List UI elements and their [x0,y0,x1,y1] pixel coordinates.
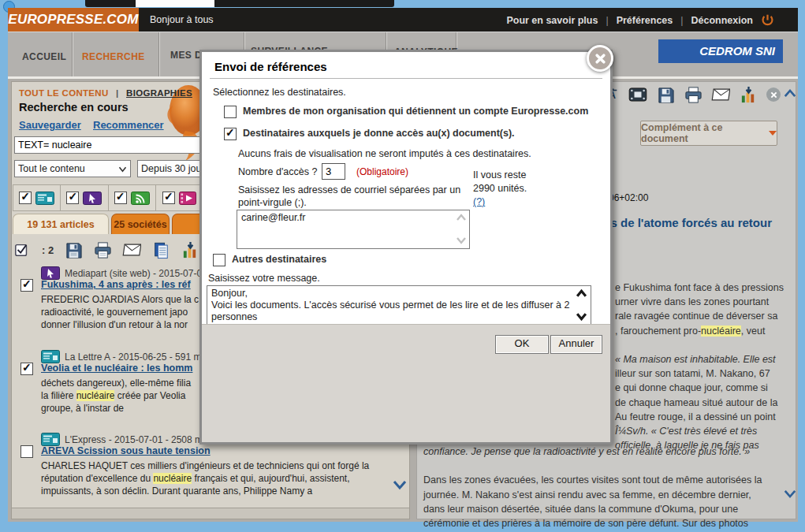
restart-search-link[interactable]: Recommencer [93,119,164,131]
save-search-link[interactable]: Sauvegarder [19,119,81,131]
select-all-icon[interactable] [13,240,32,259]
close-dialog-button[interactable] [587,45,613,72]
article-checkbox[interactable] [20,279,33,292]
source-type-checkbox[interactable] [114,192,127,204]
credits-help-link[interactable]: (?) [473,196,485,207]
tab-accueil[interactable]: ACCUEIL [22,51,66,62]
document-text-line: confiance. Je pense que la radioactivité… [423,446,780,460]
document-text-line: , farouchement pro-nucléaire, veut [615,326,796,340]
list-scroll-down-icon[interactable] [393,479,407,490]
article-checkbox[interactable] [20,445,33,458]
complement-button[interactable]: Complément à ce document [640,121,777,146]
source-type-row [13,184,203,211]
article-title-link[interactable]: Fukushima, 4 ans après : les réf [41,279,191,290]
web-icon [41,266,60,280]
doc-scroll-up-icon[interactable] [784,88,796,99]
scope-all-content[interactable]: TOUT LE CONTENU [19,88,109,98]
message-label: Saisissez votre message. [208,273,320,284]
scope-biographies[interactable]: BIOGRAPHIES [126,88,192,98]
no-fees-note: Aucuns frais de visualisation ne seront … [238,148,531,159]
ok-button[interactable]: OK [495,335,549,354]
article-snippet: FREDERIC OJARDIAS Alors que la cradioact… [41,293,199,331]
doc-scroll-down-icon[interactable] [784,489,796,499]
recipients-checkbox[interactable] [224,128,237,140]
save-icon[interactable] [656,85,675,104]
header-links: Pour en savoir plus | Préférences | Déco… [506,13,774,27]
selection-count: : 2 [42,244,54,256]
snippet-line: déchets dangereux), elle-même filia [41,377,191,389]
preferences-link[interactable]: Préférences [617,15,673,26]
members-label: Membres de mon organisation qui détienne… [243,106,588,117]
analysis-chart-icon[interactable] [739,85,758,104]
chevron-down-icon [118,166,127,173]
others-label: Autres destinataires [232,254,326,265]
email-icon[interactable] [711,85,730,104]
dialog-footer: OK Annuler [202,324,610,442]
email-icon[interactable] [122,240,141,259]
message-textarea[interactable]: Bonjour, Voici les documents. L'accès sé… [207,285,591,326]
close-document-icon[interactable] [766,87,781,102]
power-icon[interactable] [761,13,774,27]
learn-more-link[interactable]: Pour en savoir plus [506,15,598,26]
article-source: La Lettre A - 2015-06-25 - 591 m [41,350,201,363]
print-icon[interactable] [684,85,703,104]
document-text-line: dans leur maison désertée, située dans l… [423,504,780,518]
analysis-chart-icon[interactable] [181,240,199,259]
document-text-line: e qui donne chaque jour, comme si [615,382,796,396]
source-type-checkbox[interactable] [19,192,32,204]
document-text-line: rale ravagée continue de déverser sa [615,311,796,325]
members-checkbox[interactable] [224,106,237,118]
tab-recherche[interactable]: RECHERCHE [82,51,145,62]
source-type-cell [13,185,61,210]
others-checkbox[interactable] [213,254,225,266]
article-title-link[interactable]: Veolia et le nucléaire : les homm [41,363,192,374]
europresse-logo[interactable]: EUROPRESSE.COM [8,8,139,32]
article-snippet: déchets dangereux), elle-même filiala fi… [41,377,191,415]
credits-remaining-line2: 2990 unités. [473,183,527,194]
documents-icon[interactable] [151,240,170,259]
header-bar: EUROPRESSE.COM Bonjour à tous Pour en sa… [8,8,798,32]
cedrom-sni-logo: CEDROM SNI [658,39,783,63]
europresse-app: EUROPRESSE.COM Bonjour à tous Pour en sa… [0,0,805,532]
browser-strip [85,0,394,7]
source-type-checkbox[interactable] [162,192,175,204]
snippet-line: FREDERIC OJARDIAS Alors que la c [41,293,199,306]
results-tab-societes[interactable]: 25 sociétés [111,214,170,234]
required-note: (Obligatoire) [356,166,408,177]
article-title-link[interactable]: AREVA Scission sous haute tension [41,445,211,456]
print-icon[interactable] [93,240,112,259]
document-text-line: cérémonie et des prières à la mémoire de… [423,518,780,532]
document-text-line: Au feutre rouge, il a dessiné un point [615,411,796,426]
image-frame-icon[interactable] [628,85,647,104]
document-toolbar: A [601,85,781,104]
source-type-checkbox[interactable] [66,192,79,204]
email-label-line2: point-virgule (;). [238,197,307,208]
results-tab-articles[interactable]: 19 131 articles [13,214,109,234]
doc-full-lines: confiance. Je pense que la radioactivité… [423,446,780,532]
list-footer [11,508,410,519]
save-icon[interactable] [64,240,83,259]
email-recipients-textarea[interactable]: carine@fleur.fr [237,210,470,249]
document-text-line [615,340,796,354]
press-card-icon [41,350,60,363]
scroll-up-icon[interactable] [456,214,467,221]
recipients-checkbox-row: Destinataires auxquels je donne accès au… [224,128,515,140]
content-filter-select[interactable]: Tout le contenu [14,160,131,177]
scroll-up-icon[interactable] [576,289,587,298]
members-checkbox-row: Membres de mon organisation qui détienne… [224,106,588,118]
credits-remaining-line1: Il vous reste [473,169,526,180]
scroll-down-icon[interactable] [456,236,467,244]
recipients-label: Destinataires auxquels je donne accès au… [243,128,515,139]
cancel-button[interactable]: Annuler [550,335,602,354]
access-count-label: Nombre d'accès ? [238,166,317,177]
highlighted-term: nucléaire [153,473,192,484]
document-text-line: « Ma maison est inhabitable. Elle est [615,354,796,368]
browser-tab [136,0,214,7]
article-checkbox[interactable] [20,363,33,375]
document-text-line: Î¼Sv/h. « C'est très élevé et très [615,426,796,440]
logout-link[interactable]: Déconnexion [691,15,754,26]
snippet-line: réputation d'excellence du nucléaire fra… [41,472,369,485]
scroll-down-icon[interactable] [576,312,587,321]
access-count-input[interactable] [322,163,345,180]
dialog-intro: Sélectionnez les destinataires. [213,87,346,98]
